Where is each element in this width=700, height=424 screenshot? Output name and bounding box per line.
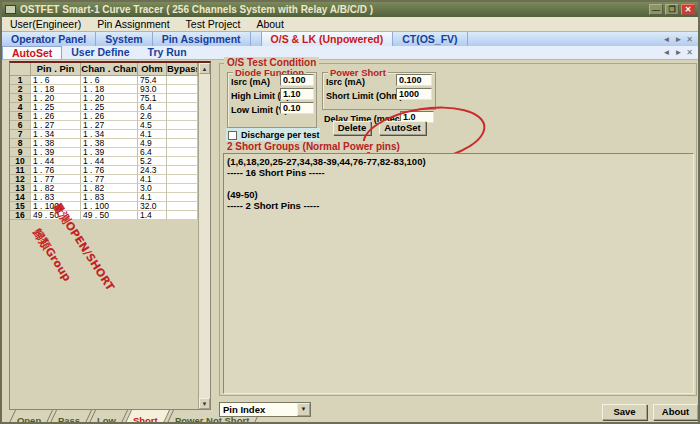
table-cell [167, 166, 198, 175]
menu-test-project[interactable]: Test Project [178, 17, 249, 32]
table-cell: 32.0 [138, 202, 167, 211]
table-cell: 1 . 77 [31, 175, 81, 184]
tab-pin-assignment[interactable]: Pin Assignment [153, 32, 251, 46]
table-cell: 1 . 100 [81, 202, 138, 211]
diode-low-limit-input[interactable] [280, 102, 314, 114]
table-cell: 1 . 6 [31, 76, 81, 85]
sheet-tab-short[interactable]: Short [125, 410, 170, 423]
table-cell: 1 . 34 [31, 130, 81, 139]
menu-user-engineer[interactable]: User(Engineer) [2, 17, 89, 32]
table-row[interactable]: 151 . 1001 . 10032.0 [10, 202, 198, 211]
table-cell: 1 . 27 [31, 121, 81, 130]
restore-button-icon[interactable]: ❐ [665, 4, 679, 15]
tab-close-icon[interactable]: ✕ [686, 35, 693, 44]
table-row[interactable]: 1649 . 5049 . 501.4 [10, 211, 198, 220]
tab-system[interactable]: System [96, 32, 152, 46]
close-button-icon[interactable]: ✕ [681, 4, 695, 15]
table-row[interactable]: 41 . 251 . 256.4 [10, 103, 198, 112]
table-cell: 1 . 39 [31, 148, 81, 157]
table-cell: 8 [10, 139, 31, 148]
subtab-scroll-left-icon[interactable]: ◄ [662, 48, 670, 57]
tab-try-run[interactable]: Try Run [139, 46, 196, 59]
table-cell: 9 [10, 148, 31, 157]
table-cell: 1 . 82 [31, 184, 81, 193]
save-button[interactable]: Save [602, 404, 647, 420]
table-cell: 14 [10, 193, 31, 202]
scroll-up-icon[interactable]: ▲ [199, 63, 210, 74]
table-cell: 1 . 83 [31, 193, 81, 202]
table-row[interactable]: 121 . 771 . 774.1 [10, 175, 198, 184]
table-cell: 4.1 [138, 193, 167, 202]
column-header-chan: Chan . Chan [81, 63, 138, 76]
table-row[interactable]: 91 . 391 . 396.4 [10, 148, 198, 157]
sheet-tab-pass[interactable]: Pass [50, 410, 92, 423]
table-row[interactable]: 111 . 761 . 7624.3 [10, 166, 198, 175]
table-row[interactable]: 101 . 441 . 445.2 [10, 157, 198, 166]
table-cell: 12 [10, 175, 31, 184]
pin-index-dropdown[interactable]: Pin Index ▼ [219, 402, 311, 417]
menu-pin-assignment[interactable]: Pin Assignment [89, 17, 177, 32]
short-groups-textarea[interactable]: (1,6,18,20,25-27,34,38-39,44,76-77,82-83… [223, 153, 694, 394]
discharge-checkbox[interactable] [228, 131, 237, 140]
tab-os-lk-unpowered[interactable]: O/S & LK (Unpowered) [261, 32, 394, 46]
table-row[interactable]: 51 . 261 . 262.6 [10, 112, 198, 121]
column-header-index [10, 63, 31, 76]
table-cell: 1 . 83 [81, 193, 138, 202]
table-header-row: Pin . Pin Chan . Chan Ohm Bypass [10, 63, 198, 76]
table-cell: 4.1 [138, 175, 167, 184]
table-cell [167, 112, 198, 121]
table-cell: 1 . 25 [81, 103, 138, 112]
table-row[interactable]: 71 . 341 . 344.1 [10, 130, 198, 139]
subtab-scroll-right-icon[interactable]: ► [674, 48, 682, 57]
table-cell: 1.4 [138, 211, 167, 220]
title-bar: OSTFET Smart-1 Curve Tracer ( 256 Channe… [2, 2, 698, 17]
table-row[interactable]: 21 . 181 . 1893.0 [10, 85, 198, 94]
discharge-row: Discharge per test [226, 128, 320, 142]
table-row[interactable]: 31 . 201 . 2075.1 [10, 94, 198, 103]
tab-autoset[interactable]: AutoSet [2, 46, 62, 59]
table-cell [167, 148, 198, 157]
table-cell: 6 [10, 121, 31, 130]
about-button[interactable]: About [653, 404, 698, 420]
table-cell: 1 . 27 [81, 121, 138, 130]
sheet-tab-low[interactable]: Low [89, 410, 128, 423]
diode-high-limit-input[interactable] [280, 88, 314, 100]
diode-isrc-input[interactable] [280, 74, 314, 86]
tab-scroll-right-icon[interactable]: ► [674, 35, 682, 44]
short-groups-title: 2 Short Groups (Normal Power pins) [224, 141, 403, 152]
table-cell: 16 [10, 211, 31, 220]
tab-user-define[interactable]: User Define [62, 46, 138, 59]
main-tab-strip: Operator Panel System Pin Assignment O/S… [2, 32, 698, 46]
table-row[interactable]: 81 . 381 . 384.9 [10, 139, 198, 148]
table-cell [167, 130, 198, 139]
minimize-button-icon[interactable]: — [649, 4, 663, 15]
table-cell: 1 . 18 [31, 85, 81, 94]
table-row[interactable]: 141 . 831 . 834.1 [10, 193, 198, 202]
scroll-down-icon[interactable]: ▼ [199, 398, 210, 409]
tab-operator-panel[interactable]: Operator Panel [2, 32, 96, 46]
power-isrc-input[interactable] [396, 74, 432, 86]
table-cell: 3.0 [138, 184, 167, 193]
sub-tab-strip: AutoSet User Define Try Run ◄ ► ✕ [2, 46, 698, 60]
table-row[interactable]: 131 . 821 . 823.0 [10, 184, 198, 193]
table-row[interactable]: 11 . 61 . 675.4 [10, 76, 198, 85]
menu-about[interactable]: About [248, 17, 291, 32]
power-short-limit-input[interactable] [396, 88, 432, 100]
table-scrollbar[interactable]: ▲ ▼ [198, 63, 210, 409]
app-window: OSTFET Smart-1 Curve Tracer ( 256 Channe… [0, 0, 700, 424]
sheet-tab-open[interactable]: Open [9, 410, 53, 423]
table-cell: 4.5 [138, 121, 167, 130]
discharge-label: Discharge per test [241, 130, 320, 140]
table-cell: 5.2 [138, 157, 167, 166]
pin-index-value: Pin Index [220, 403, 297, 416]
table-row[interactable]: 61 . 271 . 274.5 [10, 121, 198, 130]
menu-bar: User(Engineer) Pin Assignment Test Proje… [2, 17, 698, 32]
dropdown-arrow-icon[interactable]: ▼ [297, 403, 310, 416]
table-cell: 93.0 [138, 85, 167, 94]
subtab-close-icon[interactable]: ✕ [686, 48, 693, 57]
table-cell: 6.4 [138, 103, 167, 112]
tab-scroll-left-icon[interactable]: ◄ [662, 35, 670, 44]
table-cell: 1 . 44 [31, 157, 81, 166]
tab-ct-os-fv[interactable]: CT(OS_FV) [393, 32, 467, 46]
table-cell: 15 [10, 202, 31, 211]
